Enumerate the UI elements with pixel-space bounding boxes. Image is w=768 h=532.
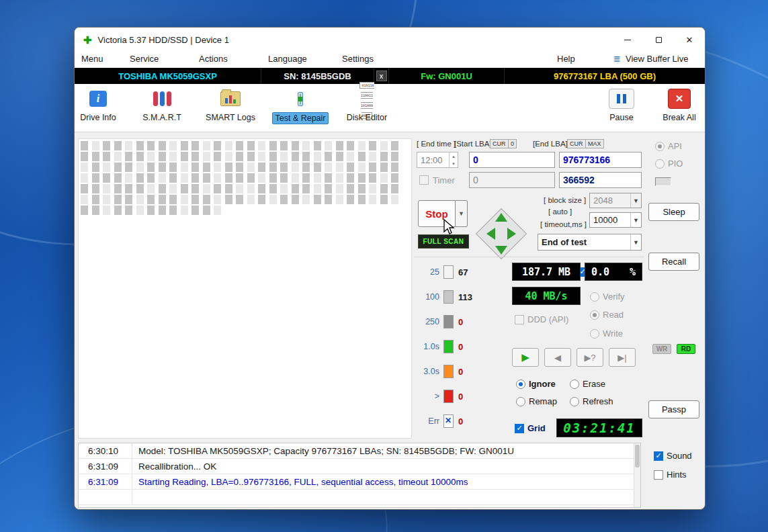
scan-block xyxy=(325,141,332,150)
legend-swatch xyxy=(443,340,454,353)
erase-radio[interactable]: Erase xyxy=(570,379,605,389)
jog-right-icon[interactable] xyxy=(507,228,516,240)
scan-block xyxy=(380,141,388,150)
remap-radio[interactable]: Remap xyxy=(516,396,557,406)
timer-checkbox[interactable] xyxy=(419,175,429,185)
legend-label: 25 xyxy=(415,267,439,277)
tab-smart-logs[interactable]: SMART Logs xyxy=(200,87,261,123)
scan-block xyxy=(169,195,177,204)
device-close-button[interactable]: x xyxy=(376,71,387,81)
verify-radio[interactable]: Verify xyxy=(590,292,625,302)
go-end-button[interactable]: ▶| xyxy=(609,348,636,367)
log-row[interactable]: 6:31:09 Starting Reading, LBA=0..9767731… xyxy=(79,474,640,490)
scan-block xyxy=(114,206,122,215)
end-lba-input[interactable]: 976773166 xyxy=(559,152,642,168)
scan-block xyxy=(369,152,376,161)
menu-item-language[interactable]: Language xyxy=(268,54,307,64)
view-buffer-live[interactable]: View Buffer Live xyxy=(626,54,688,64)
pio-radio[interactable]: PIO xyxy=(655,159,683,169)
end-of-test-select[interactable]: End of test ▼ xyxy=(538,234,642,251)
title-bar[interactable]: ✚ Victoria 5.37 HDD/SSD | Device 1 ✕ xyxy=(75,28,705,52)
menu-item-service[interactable]: Service xyxy=(130,54,159,64)
timer-value-input[interactable]: 0 xyxy=(469,172,555,188)
tab-label: Drive Info xyxy=(78,112,118,123)
chevron-down-icon: ▼ xyxy=(630,193,641,208)
log-message: Recallibration... OK xyxy=(132,461,216,472)
scan-block xyxy=(169,206,177,215)
passp-button[interactable]: Passp xyxy=(648,400,699,418)
legend-count: 0 xyxy=(458,416,463,427)
scan-block xyxy=(114,163,122,172)
scan-block xyxy=(103,141,110,150)
seek-defect-button[interactable]: ▶? xyxy=(577,348,603,367)
scan-block xyxy=(159,173,166,183)
radio-icon xyxy=(590,310,599,320)
scan-block xyxy=(136,206,144,215)
ddd-checkbox[interactable]: DDD (API) xyxy=(515,314,568,324)
scan-block xyxy=(369,173,376,183)
api-radio[interactable]: API xyxy=(655,141,682,151)
scan-block xyxy=(347,141,354,150)
scan-block xyxy=(292,195,299,204)
jog-left-icon[interactable] xyxy=(486,228,495,240)
remaining-lba-input[interactable]: 366592 xyxy=(559,172,642,188)
end-time-spinner[interactable]: 12:00 ▲▼ xyxy=(417,152,458,168)
sound-checkbox[interactable]: Sound xyxy=(654,451,692,461)
grid-checkbox[interactable]: Grid xyxy=(515,423,546,433)
hints-checkbox[interactable]: Hints xyxy=(654,470,687,480)
scan-block xyxy=(114,152,122,161)
jog-up-icon[interactable] xyxy=(495,213,507,222)
log-row[interactable]: 6:31:09 Recallibration... OK xyxy=(79,459,640,474)
tab-disk-editor[interactable]: 0101101100111010000001 Disk Editor xyxy=(338,87,396,123)
break-all-label: Break All xyxy=(660,112,697,123)
menu-item-actions[interactable]: Actions xyxy=(199,54,228,64)
legend-row-250: 250 0 xyxy=(415,314,463,329)
ignore-radio[interactable]: Ignore xyxy=(516,379,556,389)
tab-drive-info[interactable]: i Drive Info xyxy=(76,87,120,123)
radio-icon xyxy=(590,329,599,339)
green-cross-icon xyxy=(300,93,301,105)
log-row[interactable]: 6:30:10 Model: TOSHIBA MK5059GSXP; Capac… xyxy=(79,443,640,459)
start-lba-input[interactable]: 0 xyxy=(469,152,555,168)
end-lba-cur-button[interactable]: CUR xyxy=(567,139,586,148)
close-button[interactable]: ✕ xyxy=(674,28,705,52)
scan-block xyxy=(103,195,110,204)
tab-smart[interactable]: S.M.A.R.T xyxy=(139,87,185,123)
spinner-arrows-icon[interactable]: ▲▼ xyxy=(449,152,458,167)
scan-block xyxy=(181,184,188,193)
jog-down-icon[interactable] xyxy=(495,246,507,255)
menu-item-settings[interactable]: Settings xyxy=(342,54,374,64)
end-lba-max-button[interactable]: MAX xyxy=(585,139,604,148)
timeout-select[interactable]: 10000 ▼ xyxy=(589,212,642,228)
write-radio[interactable]: Write xyxy=(590,328,623,339)
scan-block xyxy=(280,173,288,183)
play-button[interactable]: ▶ xyxy=(512,348,539,367)
stop-button[interactable]: Stop xyxy=(418,200,456,227)
folder-chart-icon xyxy=(220,91,241,106)
minimize-button[interactable] xyxy=(612,28,643,52)
desktop: ✚ Victoria 5.37 HDD/SSD | Device 1 ✕ Men… xyxy=(0,0,768,532)
start-lba-cur-button[interactable]: CUR xyxy=(490,139,509,148)
block-size-select[interactable]: 2048 ▼ xyxy=(589,193,642,208)
scan-block xyxy=(247,163,255,172)
refresh-radio[interactable]: Refresh xyxy=(570,396,613,406)
read-radio[interactable]: Read xyxy=(590,310,624,320)
pause-button[interactable]: Pause xyxy=(596,87,647,123)
tab-test-repair[interactable]: Test & Repair xyxy=(270,87,331,124)
menu-item-menu[interactable]: Menu xyxy=(81,54,103,64)
scan-block xyxy=(159,152,166,161)
scrollbar-thumb[interactable] xyxy=(635,445,640,468)
legend-row-3s: 3.0s 0 xyxy=(415,364,463,379)
step-back-button[interactable]: ◀ xyxy=(544,348,571,367)
recall-button[interactable]: Recall xyxy=(648,253,699,271)
maximize-button[interactable] xyxy=(643,28,674,52)
scan-block xyxy=(191,152,199,161)
start-lba-zero-button[interactable]: 0 xyxy=(508,139,517,148)
menu-item-help[interactable]: Help xyxy=(557,54,575,64)
sleep-button[interactable]: Sleep xyxy=(648,203,699,221)
break-all-button[interactable]: ✕ Break All xyxy=(654,87,705,123)
jog-pad[interactable] xyxy=(473,209,529,259)
log-scrollbar[interactable] xyxy=(634,443,640,507)
stop-dropdown-button[interactable]: ▼ xyxy=(456,200,468,227)
scan-block xyxy=(81,173,88,183)
